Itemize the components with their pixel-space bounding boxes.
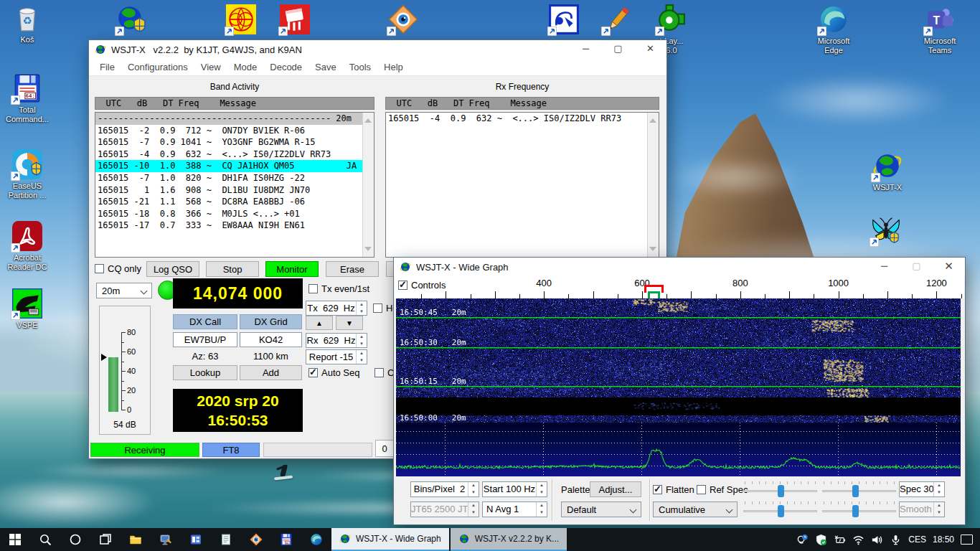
gain-slider[interactable] (743, 481, 817, 497)
controls-checkbox[interactable]: Controls (398, 280, 446, 291)
spin-down-icon[interactable]: ▼ (934, 489, 944, 496)
taskbar-search-icon[interactable] (30, 528, 60, 551)
taskbar-vspe-monitor-icon[interactable] (151, 528, 181, 551)
taskbar-total-commander-icon[interactable]: 64: (271, 528, 301, 551)
waterfall-canvas[interactable] (396, 298, 961, 423)
band-activity-scrollbar[interactable] (362, 113, 374, 257)
palette-select[interactable]: Default (561, 501, 641, 517)
decode-row[interactable]: ----------------------------------------… (95, 113, 374, 125)
spinner-arrows[interactable]: ▲▼ (536, 482, 547, 496)
call-first-checkbox-box[interactable] (374, 368, 384, 377)
stop-button[interactable]: Stop (206, 261, 259, 277)
spin-up-icon[interactable]: ▲ (537, 502, 547, 509)
desktop-icon-vspe[interactable]: VSPE (0, 288, 55, 330)
desktop-icon-edge[interactable]: Microsoft Edge (806, 4, 861, 55)
decode-row[interactable]: 165015 -4 0.9 632 ~ <...> IS0/IZ2DLV RR7… (95, 149, 374, 161)
menu-help[interactable]: Help (377, 59, 410, 76)
menu-decode[interactable]: Decode (263, 59, 308, 76)
tray-defender-icon[interactable] (815, 534, 827, 546)
spinner-arrows[interactable]: ▲▼ (356, 334, 367, 347)
bins-pixel-spinner[interactable]: Bins/Pixel 2 ▲▼ (410, 481, 479, 497)
spinner-arrows[interactable]: ▲▼ (933, 482, 944, 496)
spin-down-icon[interactable]: ▼ (357, 341, 367, 348)
minimize-icon[interactable]: ─ (570, 40, 602, 59)
desktop-icon-easeus[interactable]: EaseUS Partition ... (0, 149, 55, 200)
desktop-icon-teams[interactable]: TMicrosoft Teams (913, 4, 967, 55)
tray-sync-icon[interactable] (796, 534, 809, 546)
clock[interactable]: 18:50 (933, 534, 954, 545)
main-titlebar[interactable]: WSJT-X v2.2.2 by K1JT, G4WJS, and K9AN ─… (89, 40, 666, 59)
minimize-icon[interactable]: ─ (868, 258, 900, 276)
rx-frequency-scrollbar[interactable] (647, 113, 659, 257)
spin-down-icon[interactable]: ▼ (357, 309, 367, 316)
desktop-icon-total-commander[interactable]: 64:Total Command... (0, 73, 55, 124)
decode-row[interactable]: 165015 -4 0.9 632 ~ <...> IS0/IZ2DLV RR7… (386, 113, 659, 125)
monitor-button[interactable]: Monitor (265, 261, 319, 277)
menu-save[interactable]: Save (308, 59, 343, 76)
desktop-icon-chip[interactable] (268, 4, 322, 34)
add-button[interactable]: Add (240, 365, 302, 380)
taskbar-panel-icon[interactable] (181, 528, 211, 551)
ref-spec-checkbox-box[interactable] (697, 485, 706, 494)
taskbar-edge-icon[interactable] (301, 528, 331, 551)
lookup-button[interactable]: Lookup (173, 365, 237, 380)
taskbar-image-viewer-icon[interactable] (241, 528, 271, 551)
flatten-checkbox[interactable]: Flatten (653, 484, 694, 495)
log-qso-button[interactable]: Log QSO (146, 261, 199, 277)
spec-percent-spinner[interactable]: Spec 30 % ▲▼ (899, 481, 945, 497)
band-activity-panel[interactable]: ----------------------------------------… (95, 112, 374, 258)
spin-up-icon[interactable]: ▲ (357, 301, 367, 309)
tx-down-button[interactable]: ▼ (336, 316, 363, 330)
taskbar-tab[interactable]: WSJT-X - Wide Graph (331, 528, 449, 551)
rx-frequency-panel[interactable]: 165015 -4 0.9 632 ~ <...> IS0/IZ2DLV RR7… (385, 112, 659, 258)
desktop-icon-butterfly[interactable] (859, 215, 913, 245)
slider-handle[interactable] (852, 505, 859, 517)
erase-button[interactable]: Erase (326, 261, 379, 277)
scroll-up-icon[interactable] (649, 116, 656, 123)
slider-handle[interactable] (778, 505, 784, 517)
menu-configurations[interactable]: Configurations (121, 59, 194, 76)
spin-down-icon[interactable]: ▼ (537, 509, 547, 517)
start-freq-spinner[interactable]: Start 100 Hz ▲▼ (482, 481, 547, 497)
n-avg-spinner[interactable]: N Avg 1 ▲▼ (482, 501, 547, 517)
desktop-icon-pencil[interactable] (590, 4, 645, 34)
spin-up-icon[interactable]: ▲ (934, 482, 944, 489)
cq-only-checkbox-box[interactable] (95, 264, 104, 273)
taskbar-tab[interactable]: WSJT-X v2.2.2 by K... (451, 528, 567, 551)
decode-row[interactable]: 165015 -10 1.0 388 ~ CQ JA1HOX QM05 JA (95, 160, 374, 172)
spin-down-icon[interactable]: ▼ (537, 489, 547, 496)
spin-up-icon[interactable]: ▲ (468, 482, 479, 489)
taskbar-notepad-icon[interactable] (211, 528, 241, 551)
auto-seq-checkbox[interactable]: Auto Seq (308, 367, 360, 378)
scroll-up-icon[interactable] (364, 116, 372, 123)
wide-graph-titlebar[interactable]: WSJT-X - Wide Graph ─ ▢ ✕ (394, 258, 965, 276)
decode-row[interactable]: 165015 -18 0.8 366 ~ M0JLS <...> +01 (95, 208, 374, 220)
menu-view[interactable]: View (194, 59, 227, 76)
desktop-icon-smith-chart[interactable] (214, 4, 268, 34)
menu-tools[interactable]: Tools (343, 59, 377, 76)
slider-handle[interactable] (852, 485, 859, 497)
language-indicator[interactable]: CES (908, 534, 926, 545)
tray-volume-icon[interactable] (871, 534, 883, 546)
spin-down-icon[interactable]: ▼ (468, 489, 479, 496)
scroll-down-icon[interactable] (364, 247, 372, 254)
dx-call-field[interactable]: EW7BU/P (173, 332, 237, 347)
taskbar-cortana-icon[interactable] (60, 528, 90, 551)
spec-gain-slider[interactable] (743, 501, 817, 517)
tx-even-checkbox[interactable]: Tx even/1st (308, 283, 369, 294)
close-icon[interactable]: ✕ (634, 40, 666, 59)
decode-row[interactable]: 165015 -21 1.1 568 ~ DC8RA EA8BBJ -06 (95, 196, 374, 208)
spinner-arrows[interactable]: ▲▼ (468, 482, 479, 496)
zero-slider[interactable] (822, 481, 896, 497)
slider-handle[interactable] (778, 485, 784, 497)
cq-only-checkbox[interactable]: CQ only (95, 263, 141, 274)
tx-freq-spinner[interactable]: Tx 629 Hz ▲▼ (306, 301, 367, 316)
menu-file[interactable]: File (93, 59, 121, 76)
decode-row[interactable]: 165015 -2 0.9 712 ~ ON7DY BV1EK R-06 (95, 125, 374, 137)
spinner-arrows[interactable]: ▲▼ (356, 301, 367, 315)
desktop-icon-blue-tool[interactable] (537, 4, 591, 34)
dx-grid-field[interactable]: KO42 (240, 332, 302, 347)
taskbar-file-explorer-icon[interactable] (121, 528, 151, 551)
spin-up-icon[interactable]: ▲ (357, 334, 367, 341)
spin-up-icon[interactable]: ▲ (537, 482, 547, 489)
